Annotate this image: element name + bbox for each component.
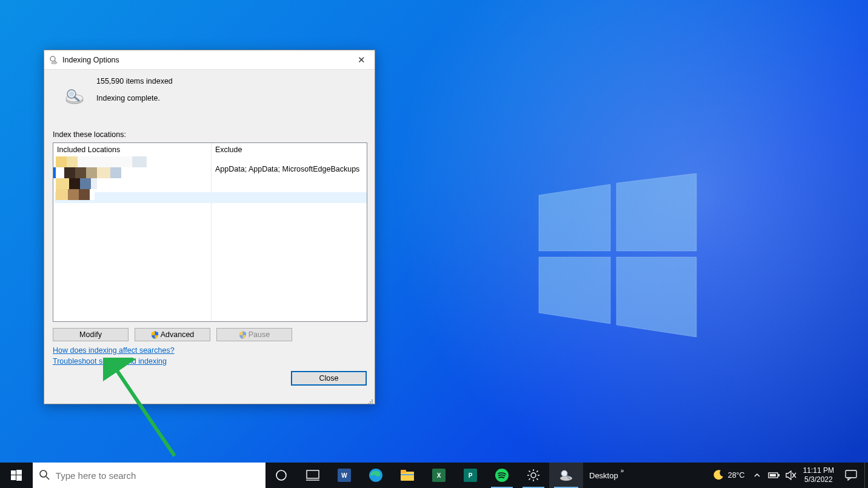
svg-rect-22 — [16, 475, 22, 481]
svg-line-41 — [536, 471, 538, 472]
svg-rect-26 — [307, 470, 319, 478]
taskbar-clock[interactable]: 11:11 PM 5/3/2022 — [800, 466, 838, 484]
advanced-button[interactable]: Advanced — [135, 328, 210, 341]
svg-point-33 — [531, 473, 536, 478]
troubleshoot-link[interactable]: Troubleshoot search and indexing — [53, 357, 167, 366]
svg-point-23 — [40, 470, 47, 477]
desktop-toolbar-label: Desktop — [589, 471, 618, 480]
svg-rect-15 — [368, 403, 369, 404]
svg-point-4 — [50, 56, 55, 61]
taskbar-search[interactable] — [33, 463, 265, 488]
file-explorer-taskbar-icon[interactable] — [392, 463, 423, 488]
tray-overflow-button[interactable] — [749, 463, 766, 488]
pause-button: Pause — [216, 328, 292, 341]
locations-listbox[interactable]: Included Locations — [53, 142, 367, 322]
pause-button-label: Pause — [249, 330, 270, 339]
svg-rect-17 — [372, 403, 373, 404]
start-button[interactable] — [0, 463, 33, 488]
svg-rect-31 — [401, 474, 414, 475]
advanced-button-label: Advanced — [161, 330, 195, 339]
svg-point-25 — [276, 470, 286, 480]
weather-widget[interactable]: 28°C — [710, 463, 749, 488]
moon-icon — [713, 469, 724, 482]
exclude-row[interactable]: AppData; AppData; MicrosoftEdgeBackups — [212, 164, 367, 175]
svg-point-42 — [560, 476, 572, 481]
spotify-taskbar-icon[interactable] — [486, 463, 518, 488]
search-input[interactable] — [56, 470, 265, 481]
svg-point-6 — [51, 62, 57, 64]
edge-taskbar-icon[interactable] — [360, 463, 392, 488]
taskbar: W X P Desktop » 28°C — [0, 463, 868, 488]
battery-icon[interactable] — [766, 463, 783, 488]
dialog-titlebar[interactable]: Indexing Options ✕ — [44, 50, 375, 70]
svg-rect-13 — [370, 401, 371, 403]
uac-shield-icon — [239, 331, 247, 339]
word-taskbar-icon[interactable]: W — [329, 463, 360, 488]
desktop-toolbar[interactable]: Desktop » — [583, 463, 630, 488]
indexing-options-dialog: Indexing Options ✕ 155,590 items indexed… — [44, 50, 375, 404]
close-button[interactable]: Close — [292, 372, 366, 385]
uac-shield-icon — [151, 331, 159, 339]
dialog-title: Indexing Options — [62, 56, 348, 64]
svg-rect-50 — [846, 470, 856, 478]
svg-line-39 — [536, 478, 538, 480]
indexing-options-icon — [49, 55, 59, 65]
task-view-button[interactable] — [297, 463, 329, 488]
modify-button[interactable]: Modify — [53, 328, 129, 341]
svg-rect-16 — [370, 403, 371, 404]
resize-grip-icon[interactable] — [367, 396, 373, 403]
modify-button-label: Modify — [79, 330, 102, 339]
svg-rect-14 — [372, 401, 373, 403]
settings-taskbar-icon[interactable] — [518, 463, 549, 488]
indexing-status-icon — [53, 77, 96, 107]
publisher-taskbar-icon[interactable]: P — [455, 463, 486, 488]
dialog-close-button[interactable]: ✕ — [348, 50, 375, 70]
show-desktop-button[interactable] — [864, 463, 868, 488]
chevron-right-icon: » — [621, 467, 624, 474]
action-center-button[interactable] — [838, 463, 864, 488]
column-header-included[interactable]: Included Locations — [53, 143, 211, 156]
svg-rect-20 — [16, 470, 22, 475]
indexing-options-taskbar-icon[interactable] — [549, 463, 583, 488]
svg-line-38 — [529, 471, 530, 472]
svg-rect-46 — [778, 474, 780, 476]
clock-date: 5/3/2022 — [803, 475, 834, 484]
svg-rect-47 — [770, 474, 776, 476]
svg-rect-30 — [401, 470, 406, 473]
svg-line-40 — [529, 478, 530, 480]
volume-icon[interactable] — [783, 463, 800, 488]
excel-taskbar-icon[interactable]: X — [423, 463, 455, 488]
weather-temp: 28°C — [728, 471, 745, 480]
items-indexed-count: 155,590 items indexed — [96, 77, 366, 85]
indexing-status-text: Indexing complete. — [96, 94, 366, 102]
search-icon — [33, 469, 56, 482]
cortana-button[interactable] — [265, 463, 297, 488]
svg-rect-29 — [401, 472, 414, 481]
locations-label: Index these locations: — [53, 130, 366, 139]
how-indexing-link[interactable]: How does indexing affect searches? — [53, 346, 175, 355]
svg-rect-19 — [11, 470, 16, 475]
svg-rect-12 — [372, 399, 373, 401]
column-header-exclude[interactable]: Exclude — [212, 143, 367, 156]
svg-point-10 — [69, 92, 74, 96]
svg-line-24 — [46, 476, 49, 480]
clock-time: 11:11 PM — [803, 466, 834, 475]
svg-rect-21 — [11, 475, 16, 480]
